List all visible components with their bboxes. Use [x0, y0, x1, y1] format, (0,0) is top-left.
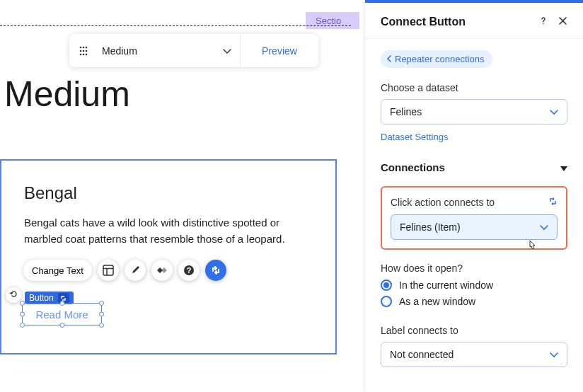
layout-icon — [103, 265, 114, 276]
chevron-left-icon — [386, 54, 392, 64]
svg-point-0 — [79, 46, 81, 48]
section-divider — [0, 25, 351, 26]
resize-handle[interactable] — [99, 323, 104, 328]
item-description[interactable]: Bengal cats have a wild look with distin… — [24, 214, 313, 248]
svg-point-5 — [85, 50, 87, 52]
dataset-select-value: Felines — [390, 106, 422, 117]
help-icon[interactable] — [538, 16, 548, 28]
click-action-select[interactable]: Felines (Item) — [391, 214, 558, 240]
back-chip-label: Repeater connections — [395, 54, 484, 64]
paintbrush-icon — [129, 265, 141, 276]
resize-handle[interactable] — [59, 301, 64, 306]
preview-label: Preview — [262, 45, 297, 57]
radio-selected-icon — [381, 279, 392, 291]
svg-text:?: ? — [186, 266, 191, 275]
radio-new-label: As a new window — [399, 296, 475, 307]
svg-point-8 — [85, 53, 87, 55]
dataset-select[interactable]: Felines — [381, 99, 567, 125]
choose-dataset-label: Choose a dataset — [381, 82, 567, 93]
chevron-down-icon — [223, 45, 231, 57]
connections-heading: Connections — [381, 161, 445, 173]
connect-button-panel: Connect Button Repeater connections Choo… — [365, 0, 583, 392]
section-tag-label: Sectio — [316, 16, 341, 26]
help-icon-button[interactable]: ? — [178, 260, 200, 281]
design-icon-button[interactable] — [125, 260, 146, 281]
change-text-label: Change Text — [32, 265, 83, 276]
chevron-down-icon — [540, 221, 548, 233]
drag-handle[interactable] — [69, 34, 98, 67]
connect-data-icon — [210, 265, 221, 276]
label-connects-label: Label connects to — [381, 325, 567, 336]
svg-point-2 — [85, 46, 87, 48]
svg-point-1 — [82, 46, 84, 48]
close-icon[interactable] — [558, 16, 567, 28]
click-action-label: Click action connects to — [391, 197, 495, 208]
radio-unselected-icon — [381, 296, 392, 307]
editor-canvas: Sectio Medium Preview Medium Bengal Beng… — [0, 0, 361, 392]
radio-current-label: In the current window — [399, 279, 493, 291]
section-tag[interactable]: Sectio — [306, 12, 359, 29]
label-connects-value: Not connected — [390, 349, 454, 360]
svg-rect-9 — [103, 265, 113, 275]
page-heading[interactable]: Medium — [4, 74, 130, 115]
element-action-bar: Change Text ? — [23, 260, 226, 281]
read-more-label: Read More — [35, 309, 88, 321]
panel-title: Connect Button — [381, 16, 466, 28]
click-action-value: Felines (Item) — [400, 221, 461, 233]
preview-button[interactable]: Preview — [241, 34, 318, 67]
change-text-button[interactable]: Change Text — [23, 260, 92, 281]
connect-data-icon-button[interactable] — [205, 260, 226, 281]
caret-down-icon — [560, 161, 567, 173]
resize-handle[interactable] — [99, 312, 104, 317]
chevron-down-icon — [550, 349, 558, 360]
selected-element-label: Button — [29, 293, 54, 303]
connections-section-header[interactable]: Connections — [381, 153, 567, 182]
back-repeater-connections[interactable]: Repeater connections — [381, 50, 492, 68]
panel-header: Connect Button — [365, 3, 583, 39]
animation-icon — [156, 265, 168, 275]
resize-handle[interactable] — [20, 323, 25, 328]
resize-handle[interactable] — [99, 301, 104, 306]
svg-point-4 — [82, 50, 84, 52]
undo-icon — [9, 289, 18, 301]
resize-handle[interactable] — [59, 323, 64, 328]
drag-handle-icon — [79, 46, 88, 56]
top-toolbar: Medium Preview — [69, 34, 318, 67]
dataset-settings-link[interactable]: Dataset Settings — [381, 132, 448, 142]
resize-handle[interactable] — [20, 312, 25, 317]
connect-data-icon — [548, 196, 558, 209]
question-icon: ? — [183, 265, 195, 276]
radio-new-window[interactable]: As a new window — [381, 296, 567, 307]
svg-point-7 — [82, 53, 84, 55]
radio-current-window[interactable]: In the current window — [381, 279, 567, 291]
svg-point-3 — [79, 50, 81, 52]
item-title[interactable]: Bengal — [24, 183, 313, 203]
heading-size-dropdown[interactable]: Medium — [98, 34, 241, 67]
layout-icon-button[interactable] — [98, 260, 119, 281]
chevron-down-icon — [550, 106, 558, 117]
label-connects-select[interactable]: Not connected — [381, 342, 567, 367]
how-open-label: How does it open? — [381, 263, 567, 274]
undo-button[interactable] — [6, 287, 21, 303]
click-action-highlight: Click action connects to Felines (Item) — [381, 186, 567, 250]
svg-point-6 — [79, 53, 81, 55]
resize-handle[interactable] — [20, 301, 25, 306]
heading-size-value: Medium — [102, 45, 137, 57]
read-more-button[interactable]: Read More — [22, 303, 102, 325]
animation-icon-button[interactable] — [151, 260, 173, 281]
